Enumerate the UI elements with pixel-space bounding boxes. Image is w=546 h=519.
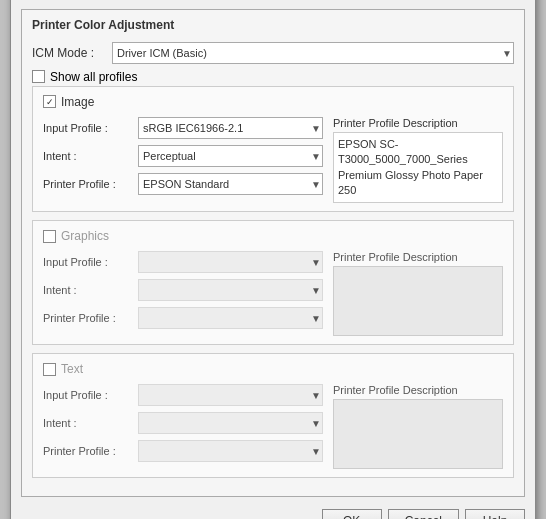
show-profiles-row: Show all profiles [32,70,514,84]
text-input-profile-label: Input Profile : [43,389,138,401]
image-printer-profile-row: Printer Profile : EPSON Standard ▼ [43,173,323,195]
text-description-title: Printer Profile Description [333,384,503,396]
image-check-mark: ✓ [46,97,54,107]
graphics-section: Graphics Input Profile : ▼ [32,220,514,345]
graphics-printer-profile-select-wrapper: ▼ [138,307,323,329]
graphics-description-box [333,266,503,336]
printer-color-adjustment-group: Printer Color Adjustment ICM Mode : Driv… [21,9,525,498]
image-description-column: Printer Profile Description EPSON SC-T30… [333,117,503,204]
graphics-checkbox[interactable] [43,230,56,243]
cancel-button[interactable]: Cancel [388,509,459,519]
text-input-profile-row: Input Profile : ▼ [43,384,323,406]
text-intent-select-wrapper: ▼ [138,412,323,434]
text-input-profile-select-wrapper: ▼ [138,384,323,406]
image-input-profile-label: Input Profile : [43,122,138,134]
image-intent-label: Intent : [43,150,138,162]
help-button[interactable]: Help [465,509,525,519]
image-input-profile-row: Input Profile : sRGB IEC61966-2.1 ▼ [43,117,323,139]
icm-mode-select-wrapper: Driver ICM (Basic) Host ICM No Color Adj… [112,42,514,64]
icm-mode-label: ICM Mode : [32,46,112,60]
graphics-printer-profile-select[interactable] [138,307,323,329]
graphics-printer-profile-label: Printer Profile : [43,312,138,324]
graphics-description-title: Printer Profile Description [333,251,503,263]
text-fields: Input Profile : ▼ Intent : [43,384,323,469]
buttons-row: OK Cancel Help [21,505,525,519]
image-label: Image [61,95,94,109]
text-section-content: Input Profile : ▼ Intent : [43,384,503,469]
graphics-input-profile-label: Input Profile : [43,256,138,268]
text-intent-select[interactable] [138,412,323,434]
image-section-header: ✓ Image [43,95,503,109]
text-printer-profile-select[interactable] [138,440,323,462]
graphics-section-content: Input Profile : ▼ Intent : [43,251,503,336]
icm-mode-select[interactable]: Driver ICM (Basic) Host ICM No Color Adj… [112,42,514,64]
text-description-column: Printer Profile Description [333,384,503,469]
image-intent-select[interactable]: Perceptual [138,145,323,167]
ok-button[interactable]: OK [322,509,382,519]
graphics-printer-profile-row: Printer Profile : ▼ [43,307,323,329]
graphics-intent-row: Intent : ▼ [43,279,323,301]
group-title: Printer Color Adjustment [32,18,514,32]
image-checkbox[interactable]: ✓ [43,95,56,108]
text-section-header: Text [43,362,503,376]
window-body: Printer Color Adjustment ICM Mode : Driv… [11,0,535,519]
text-description-box [333,399,503,469]
text-label: Text [61,362,83,376]
graphics-section-header: Graphics [43,229,503,243]
graphics-label: Graphics [61,229,109,243]
image-printer-profile-select[interactable]: EPSON Standard [138,173,323,195]
graphics-fields: Input Profile : ▼ Intent : [43,251,323,336]
image-description-box: EPSON SC-T3000_5000_7000_Series Premium … [333,132,503,204]
image-fields: Input Profile : sRGB IEC61966-2.1 ▼ Inte… [43,117,323,204]
show-profiles-label: Show all profiles [50,70,137,84]
image-section: ✓ Image Input Profile : sRGB IEC61966-2.… [32,86,514,213]
image-printer-profile-select-wrapper: EPSON Standard ▼ [138,173,323,195]
text-printer-profile-select-wrapper: ▼ [138,440,323,462]
image-section-content: Input Profile : sRGB IEC61966-2.1 ▼ Inte… [43,117,503,204]
text-input-profile-select[interactable] [138,384,323,406]
text-checkbox[interactable] [43,363,56,376]
graphics-input-profile-select-wrapper: ▼ [138,251,323,273]
image-printer-profile-label: Printer Profile : [43,178,138,190]
graphics-intent-select[interactable] [138,279,323,301]
text-printer-profile-row: Printer Profile : ▼ [43,440,323,462]
text-intent-label: Intent : [43,417,138,429]
image-intent-row: Intent : Perceptual ▼ [43,145,323,167]
image-input-profile-select[interactable]: sRGB IEC61966-2.1 [138,117,323,139]
text-printer-profile-label: Printer Profile : [43,445,138,457]
show-profiles-checkbox[interactable] [32,70,45,83]
graphics-input-profile-select[interactable] [138,251,323,273]
image-input-profile-select-wrapper: sRGB IEC61966-2.1 ▼ [138,117,323,139]
graphics-intent-select-wrapper: ▼ [138,279,323,301]
graphics-input-profile-row: Input Profile : ▼ [43,251,323,273]
text-section: Text Input Profile : ▼ [32,353,514,478]
image-description-title: Printer Profile Description [333,117,503,129]
icm-window: ICM Printer Color Adjustment ICM Mode : … [10,0,536,519]
text-intent-row: Intent : ▼ [43,412,323,434]
graphics-description-column: Printer Profile Description [333,251,503,336]
graphics-intent-label: Intent : [43,284,138,296]
icm-mode-row: ICM Mode : Driver ICM (Basic) Host ICM N… [32,42,514,64]
image-intent-select-wrapper: Perceptual ▼ [138,145,323,167]
